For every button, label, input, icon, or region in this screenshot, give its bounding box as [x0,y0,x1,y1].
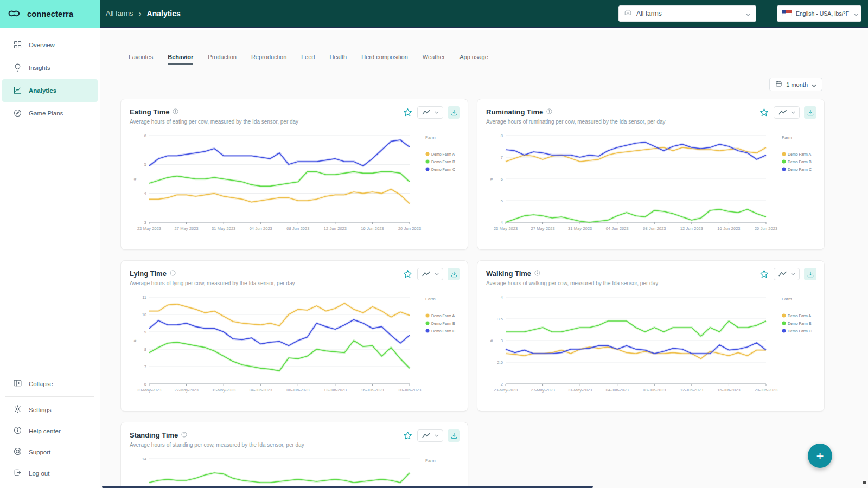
svg-text:Demo Farm A: Demo Farm A [788,152,812,156]
chart-title: Ruminating Time [486,108,543,116]
svg-text:11: 11 [142,295,146,300]
cards-grid: Eating Time Average hours of eating per … [120,99,822,488]
tab-feed[interactable]: Feed [301,54,315,65]
chart-card-actions [403,268,460,280]
connecterra-logo-icon [7,8,23,21]
svg-text:04-Jun-2023: 04-Jun-2023 [250,388,272,393]
sidebar-item-collapse[interactable]: Collapse [2,373,98,394]
sidebar-item-label: Settings [29,407,52,413]
tab-app-usage[interactable]: App usage [459,54,488,65]
svg-text:14: 14 [142,457,146,461]
category-tabs: Favorites Behavior Production Reproducti… [129,54,488,65]
tab-reproduction[interactable]: Reproduction [251,54,286,65]
sidebar-item-support[interactable]: Support [2,441,98,463]
chart-title: Eating Time [130,108,169,116]
tab-weather[interactable]: Weather [423,54,445,65]
period-selector-value: 1 month [786,81,808,88]
favorite-star-icon[interactable] [403,269,413,279]
gear-icon [13,404,22,415]
chart-type-select[interactable] [774,106,800,119]
svg-text:16-Jun-2023: 16-Jun-2023 [717,388,740,393]
add-chart-fab[interactable]: + [808,444,832,468]
locale-selector[interactable]: English - USA, lbs/°F [777,5,861,22]
line-chart: 11109876#23-May-202327-May-202331-May-20… [130,291,459,402]
svg-text:12-Jun-2023: 12-Jun-2023 [680,388,703,393]
sidebar-item-insights[interactable]: Insights [2,56,98,79]
info-icon[interactable] [546,107,552,117]
chart-card: Ruminating Time Average hours of ruminat… [477,99,825,250]
tab-health[interactable]: Health [329,54,347,65]
chart-subtitle: Average hours of lying per cow, measured… [130,280,459,286]
chart-type-select[interactable] [417,106,443,119]
breadcrumb-all-farms[interactable]: All farms [106,9,133,17]
favorite-star-icon[interactable] [759,269,769,279]
favorite-star-icon[interactable] [403,431,413,441]
logout-icon [13,468,22,478]
export-icon[interactable] [804,268,816,280]
favorite-star-icon[interactable] [403,107,413,118]
lifebuoy-icon [13,447,22,457]
sidebar-footer: Collapse Settings Help center [0,373,100,484]
svg-text:9: 9 [144,330,146,335]
tab-behavior[interactable]: Behavior [168,54,193,65]
chart-type-select[interactable] [417,429,443,442]
svg-text:23-May-2023: 23-May-2023 [137,388,161,393]
svg-text:Demo Farm C: Demo Farm C [788,329,812,333]
line-type-icon [422,271,432,278]
svg-text:31-May-2023: 31-May-2023 [212,388,235,393]
svg-text:16-Jun-2023: 16-Jun-2023 [717,226,740,231]
svg-text:16-Jun-2023: 16-Jun-2023 [361,388,384,393]
sidebar-item-label: Overview [29,42,55,48]
logo-block[interactable]: connecterra [0,0,100,28]
farm-selector[interactable]: All farms [618,5,756,22]
info-icon[interactable] [181,430,187,440]
brand-name: connecterra [27,10,73,18]
svg-text:10: 10 [142,312,146,317]
svg-text:08-Jun-2023: 08-Jun-2023 [643,388,666,393]
compass-icon [13,108,22,119]
chart-type-select[interactable] [774,268,800,280]
tab-favorites[interactable]: Favorites [129,54,153,65]
chart-card: Lying Time Average hours of lying per co… [120,260,468,412]
sidebar-item-game-plans[interactable]: Game Plans [2,102,98,125]
info-icon[interactable] [170,268,176,278]
line-type-icon [778,271,789,278]
sidebar-item-help-center[interactable]: Help center [2,420,98,441]
export-icon[interactable] [448,106,460,119]
export-icon[interactable] [448,429,460,442]
calendar-icon [775,80,782,89]
sidebar-item-label: Game Plans [29,110,63,117]
svg-text:20-Jun-2023: 20-Jun-2023 [755,226,777,231]
svg-text:2: 2 [501,382,503,387]
sidebar-item-analytics[interactable]: Analytics [2,79,98,102]
sidebar: connecterra Overview Insights [0,0,100,488]
horizontal-scrollbar[interactable] [102,486,593,488]
line-type-icon [422,109,432,116]
line-chart: 6543#23-May-202327-May-202331-May-202304… [130,129,459,240]
period-selector[interactable]: 1 month [769,78,822,91]
export-icon[interactable] [804,106,816,119]
sidebar-item-overview[interactable]: Overview [2,34,98,56]
svg-text:#: # [134,177,137,182]
sidebar-item-settings[interactable]: Settings [2,399,98,420]
chevron-down-icon [745,9,751,18]
info-icon[interactable] [173,107,178,117]
chart-card-actions [759,268,816,280]
svg-text:#: # [490,177,493,182]
info-icon[interactable] [534,268,540,278]
svg-text:Demo Farm B: Demo Farm B [788,322,812,325]
chart-type-select[interactable] [417,268,443,280]
svg-text:12-Jun-2023: 12-Jun-2023 [324,388,347,393]
svg-text:5: 5 [501,198,503,203]
export-icon[interactable] [448,268,460,280]
favorite-star-icon[interactable] [759,107,769,118]
sidebar-item-log-out[interactable]: Log out [2,463,98,484]
chart-subtitle: Average hours of walking per cow, measur… [486,280,815,286]
tab-production[interactable]: Production [208,54,237,65]
grid-icon [13,40,22,50]
chart-card: Standing Time Average hours of standing … [120,422,468,488]
svg-text:Farm: Farm [425,297,436,301]
svg-text:Farm: Farm [782,135,792,140]
tab-herd-composition[interactable]: Herd composition [361,54,408,65]
farm-selector-value: All farms [636,10,741,17]
